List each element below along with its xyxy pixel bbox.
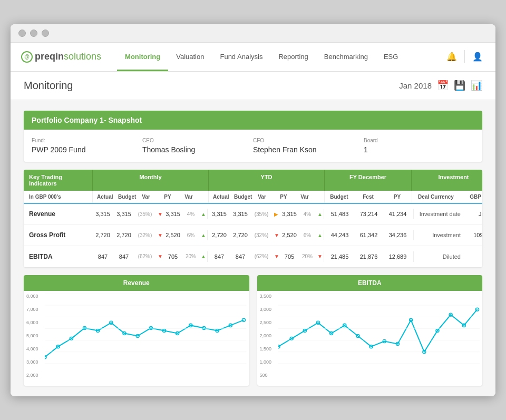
- revenue-chart-body: 8,000 7,000 6,000 5,000 4,000 3,000 2,00…: [24, 291, 249, 386]
- ceo-label: CEO: [142, 138, 242, 143]
- rev-y-py: 3,315: [279, 209, 299, 219]
- sh-y-py: PY: [273, 191, 294, 203]
- logo-solutions: solutions: [64, 51, 101, 62]
- date-label: Jan 2018: [399, 81, 432, 90]
- eb-y-arrow: ▼: [272, 251, 279, 261]
- snapshot-fields: Fund: PWP 2009 Fund CEO Thomas Bosling C…: [24, 130, 482, 162]
- rev-m-varpy: 4%: [183, 209, 199, 219]
- nav-reporting[interactable]: Reporting: [270, 42, 316, 71]
- rev-y-budget: 3,315: [230, 209, 251, 219]
- board-value: 1: [364, 145, 464, 154]
- nav-valuation[interactable]: Valuation: [168, 42, 212, 71]
- sh-f-fcst: Fcst: [354, 191, 383, 203]
- divider4: [207, 230, 208, 240]
- sh-f-py: PY: [383, 191, 412, 203]
- sh-invest: Deal Currency GBP: [412, 191, 482, 203]
- sh-i-currency: Deal Currency: [412, 191, 460, 203]
- gp-y-actual: 2,720: [209, 230, 230, 240]
- gp-y-budget: 2,720: [230, 230, 251, 240]
- notification-icon[interactable]: 🔔: [444, 50, 459, 64]
- user-icon[interactable]: 👤: [470, 50, 485, 64]
- snapshot-cfo: CFO Stephen Fran Kson: [253, 138, 364, 154]
- y-label: 1,000: [260, 359, 272, 365]
- data-row-ebitda: EBITDA 847 847 (62%) ▼ 705 20% ▲ 847 847…: [24, 246, 482, 267]
- gp-y-varpy: 6%: [299, 230, 315, 240]
- calendar-icon[interactable]: 📅: [437, 80, 449, 91]
- sub-header-row: In GBP 000's Actual Budget Var PY Var Ac…: [24, 191, 482, 204]
- close-button[interactable]: [18, 30, 26, 37]
- logo-preqin: preqin: [35, 51, 64, 62]
- divider2: [324, 209, 324, 219]
- sh-i-gbp: GBP: [460, 191, 482, 203]
- eb-m-actual: 847: [92, 251, 113, 262]
- nav-esg[interactable]: ESG: [376, 42, 406, 71]
- data-row-grossprofit: Gross Profit 2,720 2,720 (32%) ▼ 2,520 6…: [24, 225, 482, 246]
- key-grossprofit: Gross Profit: [24, 227, 92, 243]
- eb-f-py: 12,689: [383, 251, 412, 262]
- y-label: 500: [260, 373, 272, 378]
- sh-y-var: Var: [251, 191, 273, 203]
- minimize-button[interactable]: [30, 30, 37, 37]
- rev-m-actual: 3,315: [92, 209, 113, 219]
- revenue-chart-svg: [45, 294, 247, 376]
- nav-divider: [464, 50, 465, 63]
- gp-f-budget: 44,243: [325, 230, 354, 240]
- gp-y-py: 2,520: [279, 230, 299, 240]
- cfo-label: CFO: [253, 138, 353, 143]
- trading-card: Key Trading Indicators Monthly YTD FY De…: [24, 170, 482, 267]
- logo-circle: @: [21, 51, 33, 63]
- gp-m-actual: 2,720: [92, 230, 113, 240]
- charts-row: Revenue 8,000 7,000 6,000 5,000 4,000 3,…: [24, 275, 482, 386]
- y-label: 3,500: [260, 294, 272, 299]
- nav-monitoring[interactable]: Monitoring: [117, 42, 168, 71]
- rev-m-arrow: ▼: [155, 209, 163, 219]
- nav-icons: 🔔 👤: [444, 50, 485, 64]
- board-label: Board: [364, 138, 464, 143]
- page-title: Monitoring: [24, 80, 73, 92]
- fund-value: PWP 2009 Fund: [32, 145, 132, 154]
- gp-inv-value: 109,101: [465, 230, 482, 240]
- maximize-button[interactable]: [42, 30, 49, 37]
- sh-key: In GBP 000's: [24, 191, 92, 203]
- cells-grossprofit: 2,720 2,720 (32%) ▼ 2,520 6% ▲ 2,720 2,7…: [92, 230, 482, 240]
- snapshot-card: Portfolio Company 1- Snapshot Fund: PWP …: [24, 111, 482, 162]
- th-ytd: YTD: [208, 170, 324, 191]
- rev-y-varpy: 4%: [299, 209, 315, 219]
- sh-m-varpy: Var: [178, 191, 199, 203]
- divider5: [324, 230, 324, 240]
- th-monthly: Monthly: [92, 170, 208, 191]
- sh-fy: Budget Fcst PY: [324, 191, 412, 203]
- rev-inv-value: Jul-14: [465, 209, 482, 219]
- gp-m-arrow: ▼: [155, 230, 163, 240]
- snapshot-fund: Fund: PWP 2009 Fund: [32, 138, 142, 154]
- nav-benchmarking[interactable]: Benchmarking: [316, 42, 376, 71]
- sh-f-budget: Budget: [325, 191, 354, 203]
- divider8: [324, 251, 324, 262]
- th-key: Key Trading Indicators: [24, 170, 92, 191]
- eb-y-var: (62%): [251, 251, 272, 261]
- gp-m-var: (32%): [134, 230, 155, 240]
- excel-icon[interactable]: 📊: [471, 80, 482, 91]
- eb-inv-label: Diluted: [415, 251, 465, 262]
- revenue-y-axis: 8,000 7,000 6,000 5,000 4,000 3,000 2,00…: [26, 294, 38, 378]
- ebitda-chart-svg: [278, 294, 480, 376]
- rev-m-py: 3,315: [163, 209, 183, 219]
- eb-f-fcst: 21,876: [354, 251, 383, 262]
- y-label: 3,000: [260, 307, 272, 312]
- gp-y-var: (32%): [251, 230, 272, 240]
- save-icon[interactable]: 💾: [454, 80, 465, 91]
- y-label: 3,000: [26, 359, 38, 365]
- eb-m-budget: 847: [113, 251, 134, 262]
- ebitda-chart: EBITDA 3,500 3,000 2,500 2,000 1,500 1,0…: [257, 275, 483, 386]
- sh-y-budget: Budget: [230, 191, 251, 203]
- divider6: [413, 230, 414, 240]
- gp-m-budget: 2,720: [113, 230, 134, 240]
- rev-f-budget: 51,483: [325, 209, 354, 219]
- snapshot-ceo: CEO Thomas Bosling: [142, 138, 253, 154]
- nav-fund-analysis[interactable]: Fund Analysis: [212, 42, 270, 71]
- gp-y-arrowpy: ▲: [315, 230, 323, 240]
- revenue-chart-title: Revenue: [24, 275, 249, 291]
- fund-label: Fund:: [32, 138, 132, 143]
- eb-f-budget: 21,485: [325, 251, 354, 262]
- divider1: [207, 209, 208, 219]
